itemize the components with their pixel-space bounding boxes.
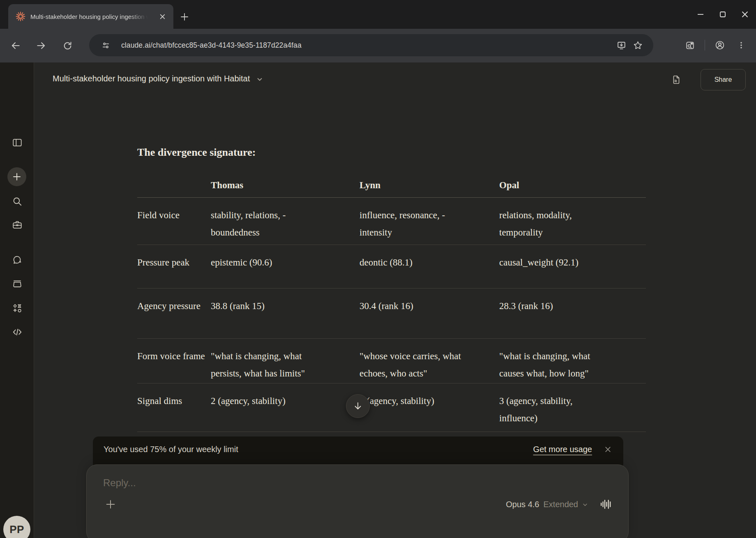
browser-titlebar: Multi-stakeholder housing policy ingesti… xyxy=(0,0,756,29)
table-header-row: Thomas Lynn Opal xyxy=(137,174,646,198)
row-label: Form voice frame xyxy=(137,339,211,383)
toolbar-divider xyxy=(705,40,705,51)
model-mode: Extended xyxy=(543,500,578,509)
table-row: Form voice frame "what is changing, what… xyxy=(137,339,646,383)
share-button[interactable]: Share xyxy=(701,69,746,90)
row-label: Agency pressure xyxy=(137,289,211,338)
browser-toolbar: claude.ai/chat/bfccec85-ae3d-4143-9e35-1… xyxy=(0,29,756,62)
toolbar-right-icons xyxy=(681,34,750,56)
row-label: Field voice xyxy=(137,198,211,245)
url-text[interactable]: claude.ai/chat/bfccec85-ae3d-4143-9e35-1… xyxy=(121,41,613,50)
scroll-to-bottom-button[interactable] xyxy=(346,394,370,418)
page-title: Multi-stakeholder housing policy ingesti… xyxy=(53,74,250,83)
new-chat-button[interactable] xyxy=(7,167,26,186)
app-header: Multi-stakeholder housing policy ingesti… xyxy=(34,62,756,101)
window-maximize-button[interactable] xyxy=(712,5,734,24)
usage-limit-text: You've used 75% of your weekly limit xyxy=(104,443,238,455)
code-icon[interactable] xyxy=(12,326,23,337)
table-row: Pressure peak epistemic (90.6) deontic (… xyxy=(137,245,646,289)
window-minimize-button[interactable] xyxy=(689,5,712,24)
model-selector[interactable]: Opus 4.6 Extended xyxy=(506,500,588,509)
window-controls xyxy=(689,0,756,29)
table-cell: "what is changing, what causes what, how… xyxy=(499,339,646,383)
message-heading: The divergence signature: xyxy=(137,146,256,159)
avatar[interactable]: PP xyxy=(3,516,30,538)
column-header-thomas: Thomas xyxy=(211,174,360,197)
tab-title: Multi-stakeholder housing policy ingesti… xyxy=(30,13,150,20)
conversation-title[interactable]: Multi-stakeholder housing policy ingesti… xyxy=(53,74,263,83)
address-bar[interactable]: claude.ai/chat/bfccec85-ae3d-4143-9e35-1… xyxy=(89,34,653,56)
model-name: Opus 4.6 xyxy=(506,500,539,509)
banner-close-icon[interactable] xyxy=(602,443,613,455)
document-icon[interactable] xyxy=(667,71,685,89)
shapes-icon[interactable] xyxy=(12,302,23,314)
reload-button[interactable] xyxy=(58,37,76,55)
table-cell: "whose voice carries, what echoes, who a… xyxy=(360,339,499,383)
table-row: Signal dims 2 (agency, stability) 2 (age… xyxy=(137,383,646,432)
search-icon[interactable] xyxy=(12,196,23,207)
briefcase-icon[interactable] xyxy=(12,219,23,230)
table-cell: stability, relations, -boundedness xyxy=(211,198,360,245)
projects-icon[interactable] xyxy=(12,278,23,289)
table-cell: deontic (88.1) xyxy=(360,245,499,288)
chats-icon[interactable] xyxy=(12,254,23,265)
chevron-down-icon xyxy=(582,502,588,508)
side-panel-search-icon[interactable] xyxy=(681,36,699,54)
forward-button[interactable] xyxy=(32,37,50,55)
column-header-lynn: Lynn xyxy=(360,174,499,197)
get-more-usage-link[interactable]: Get more usage xyxy=(533,443,592,455)
table-cell: 3 (agency, stability, influence) xyxy=(499,383,646,432)
claude-logo-icon xyxy=(16,12,25,21)
table-cell: 2 (agency, stability) xyxy=(211,383,360,432)
back-button[interactable] xyxy=(7,37,25,55)
app-sidebar: PP xyxy=(0,62,34,538)
table-cell: 28.3 (rank 16) xyxy=(499,289,646,338)
chevron-down-icon xyxy=(256,76,263,83)
table-cell: 38.8 (rank 15) xyxy=(211,289,360,338)
bookmark-star-icon[interactable] xyxy=(629,37,646,53)
tab-close-icon[interactable] xyxy=(157,11,168,22)
table-cell: relations, modality, temporality xyxy=(499,198,646,245)
table-cell: epistemic (90.6) xyxy=(211,245,360,288)
table-cell: "what is changing, what persists, what h… xyxy=(211,339,360,383)
reply-composer[interactable]: Reply... Opus 4.6 Extended xyxy=(86,464,629,538)
table-row: Field voice stability, relations, -bound… xyxy=(137,198,646,245)
column-header-opal: Opal xyxy=(499,174,646,197)
browser-menu-icon[interactable] xyxy=(732,36,750,54)
browser-tab[interactable]: Multi-stakeholder housing policy ingesti… xyxy=(8,4,173,29)
sidebar-toggle-icon[interactable] xyxy=(12,137,23,148)
column-header xyxy=(137,174,211,197)
reply-input[interactable]: Reply... xyxy=(103,477,136,489)
install-app-icon[interactable] xyxy=(613,37,629,53)
table-cell: influence, resonance, -intensity xyxy=(360,198,499,245)
attach-plus-icon[interactable] xyxy=(103,497,118,512)
table-cell: 2 (agency, stability) xyxy=(360,383,499,432)
table-cell: causal_weight (92.1) xyxy=(499,245,646,288)
table-cell: 30.4 (rank 16) xyxy=(360,289,499,338)
row-label: Pressure peak xyxy=(137,245,211,288)
claude-app: PP Multi-stakeholder housing policy inge… xyxy=(0,62,756,538)
row-label: Signal dims xyxy=(137,383,211,432)
table-row: Agency pressure 38.8 (rank 15) 30.4 (ran… xyxy=(137,289,646,339)
window-close-button[interactable] xyxy=(734,5,756,24)
site-settings-icon[interactable] xyxy=(97,37,114,53)
voice-waveform-icon[interactable] xyxy=(599,497,613,512)
new-tab-button[interactable] xyxy=(178,11,191,23)
profile-icon[interactable] xyxy=(711,36,729,54)
browser-window: Multi-stakeholder housing policy ingesti… xyxy=(0,0,756,538)
